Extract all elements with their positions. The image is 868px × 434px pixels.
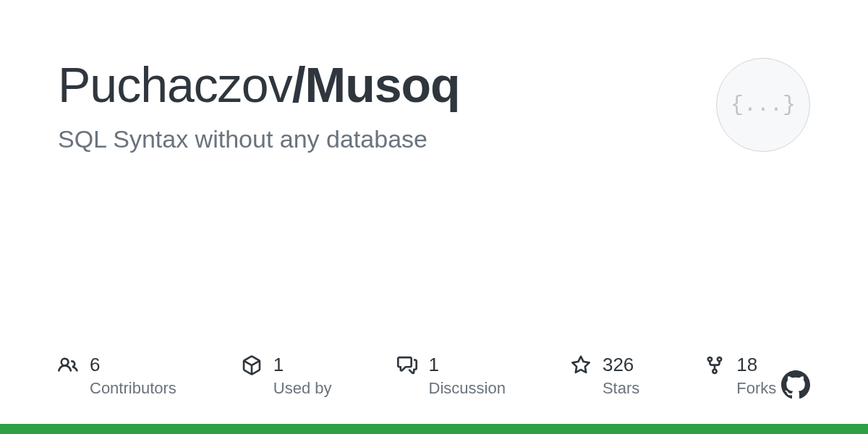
contributors-count: 6 (90, 354, 176, 376)
stat-forks: 18 Forks (705, 354, 776, 398)
repo-separator: / (292, 57, 305, 112)
stat-contributors: 6 Contributors (58, 354, 176, 398)
github-logo-icon (781, 370, 810, 399)
discussions-count: 1 (429, 354, 506, 376)
repo-description: SQL Syntax without any database (58, 125, 687, 153)
stars-label: Stars (603, 379, 639, 398)
discussions-label: Discussion (429, 379, 506, 398)
avatar: {...} (716, 58, 810, 152)
discussion-icon (397, 355, 417, 375)
star-icon (571, 355, 591, 375)
forks-label: Forks (736, 379, 776, 398)
stat-used-by: 1 Used by (242, 354, 332, 398)
avatar-placeholder: {...} (731, 93, 796, 117)
repo-name: Musoq (305, 57, 460, 112)
stars-count: 326 (603, 354, 639, 376)
forks-count: 18 (736, 354, 776, 376)
package-icon (242, 355, 262, 375)
people-icon (58, 355, 78, 375)
stat-stars: 326 Stars (571, 354, 639, 398)
stats-row: 6 Contributors 1 Used by 1 Discussion (58, 354, 810, 398)
repo-title: Puchaczov/Musoq (58, 58, 687, 112)
used-by-label: Used by (273, 379, 332, 398)
fork-icon (705, 355, 725, 375)
language-bar (0, 424, 868, 434)
stat-discussions: 1 Discussion (397, 354, 506, 398)
contributors-label: Contributors (90, 379, 176, 398)
used-by-count: 1 (273, 354, 332, 376)
repo-owner: Puchaczov (58, 57, 292, 112)
